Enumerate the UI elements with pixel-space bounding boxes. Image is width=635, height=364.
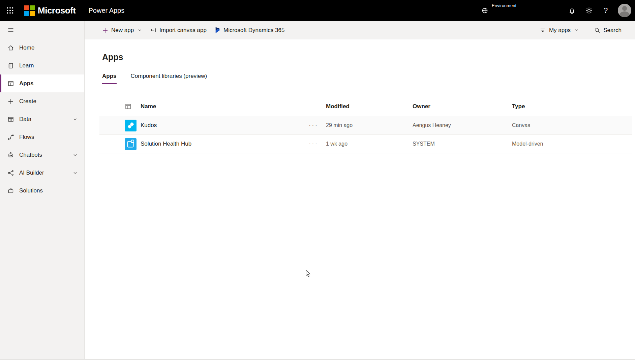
sidebar-item-label: Home <box>19 44 34 51</box>
bot-icon <box>7 152 14 158</box>
chevron-down-icon <box>138 28 142 32</box>
hamburger-icon <box>7 27 14 33</box>
chevron-down-icon <box>73 117 78 122</box>
bell-icon <box>568 7 576 14</box>
chevron-down-icon <box>73 171 78 175</box>
waffle-icon <box>6 7 14 14</box>
environment-icon <box>481 7 488 14</box>
sidebar-item-home[interactable]: Home <box>0 39 84 57</box>
more-actions-button[interactable]: ··· <box>309 142 318 145</box>
sidebar-item-chatbots[interactable]: Chatbots <box>0 146 84 164</box>
tab-bar: Apps Component libraries (preview) <box>102 73 635 84</box>
apps-table: Name Modified Owner Type Kudos ··· <box>99 97 632 153</box>
tab-component-libraries[interactable]: Component libraries (preview) <box>131 73 207 84</box>
new-app-label: New app <box>111 27 134 34</box>
sidebar-nav: Home Learn Apps Create <box>0 39 84 200</box>
sidebar-item-learn[interactable]: Learn <box>0 57 84 74</box>
chevron-down-icon <box>574 28 579 32</box>
avatar <box>618 4 631 17</box>
product-title: Power Apps <box>89 7 125 14</box>
table-header-row: Name Modified Owner Type <box>99 97 632 116</box>
environment-picker[interactable]: Environment <box>477 0 521 21</box>
main-content: Apps Apps Component libraries (preview) … <box>85 39 635 359</box>
plus-icon <box>102 27 108 33</box>
microsoft-logo[interactable]: Microsoft <box>24 5 76 16</box>
sidebar-item-create[interactable]: Create <box>0 92 84 110</box>
app-owner: Aengus Heaney <box>413 122 512 128</box>
app-name: Solution Health Hub <box>141 141 309 147</box>
microsoft-logo-icon <box>24 5 35 16</box>
import-canvas-app-label: Import canvas app <box>159 27 207 34</box>
app-modified: 29 min ago <box>326 122 413 128</box>
command-bar-right: My apps Search <box>536 23 626 37</box>
sidebar-item-label: Flows <box>19 134 34 141</box>
column-header-owner[interactable]: Owner <box>413 103 512 110</box>
apps-filter-label: My apps <box>549 27 571 34</box>
sidebar-item-apps[interactable]: Apps <box>0 74 84 92</box>
book-icon <box>7 62 14 69</box>
app-launcher-button[interactable] <box>0 0 20 21</box>
table-layout-icon <box>125 103 131 110</box>
help-icon: ? <box>604 6 608 15</box>
sidebar-item-label: Data <box>19 116 31 123</box>
app-type: Canvas <box>512 122 632 128</box>
table-row[interactable]: Kudos ··· 29 min ago Aengus Heaney Canva… <box>99 116 632 135</box>
environment-label: Environment <box>492 3 516 8</box>
flow-icon <box>7 134 14 141</box>
apps-filter-dropdown[interactable]: My apps <box>536 23 583 37</box>
solution-health-hub-app-icon <box>125 138 137 150</box>
search-icon <box>594 27 600 33</box>
chevron-down-icon <box>73 153 78 157</box>
tab-apps[interactable]: Apps <box>102 73 117 84</box>
more-actions-button[interactable]: ··· <box>309 123 318 127</box>
app-owner: SYSTEM <box>413 141 512 147</box>
sidebar-item-label: Solutions <box>19 187 43 194</box>
collapse-sidebar-button[interactable] <box>0 21 84 39</box>
import-arrow-icon <box>150 27 156 33</box>
dynamics-365-icon <box>215 27 220 33</box>
sidebar-item-ai-builder[interactable]: AI Builder <box>0 164 84 182</box>
app-name: Kudos <box>141 122 309 129</box>
window-bottom-divider <box>0 359 635 360</box>
table-icon <box>7 116 14 123</box>
sidebar-item-label: AI Builder <box>19 170 44 176</box>
sidebar-item-data[interactable]: Data <box>0 110 84 128</box>
dynamics-365-label: Microsoft Dynamics 365 <box>223 27 284 34</box>
column-header-name[interactable]: Name <box>141 103 309 110</box>
command-bar: New app Import canvas app Microsoft Dyna… <box>85 21 635 39</box>
microsoft-wordmark: Microsoft <box>38 5 76 16</box>
account-button[interactable] <box>614 0 635 21</box>
app-modified: 1 wk ago <box>326 141 413 147</box>
sidebar-item-label: Create <box>19 98 36 105</box>
import-canvas-app-button[interactable]: Import canvas app <box>146 23 211 37</box>
help-button[interactable]: ? <box>597 0 614 21</box>
plus-icon <box>7 98 14 105</box>
apps-icon <box>7 80 14 87</box>
filter-icon <box>540 27 546 33</box>
column-header-modified[interactable]: Modified <box>326 103 413 110</box>
dynamics-365-button[interactable]: Microsoft Dynamics 365 <box>211 23 289 37</box>
sidebar-item-solutions[interactable]: Solutions <box>0 182 84 200</box>
home-icon <box>7 44 14 51</box>
notifications-button[interactable] <box>564 0 580 21</box>
column-header-type[interactable]: Type <box>512 103 632 110</box>
new-app-button[interactable]: New app <box>98 23 146 37</box>
solutions-icon <box>7 187 14 194</box>
network-icon <box>7 170 14 176</box>
sidebar-item-flows[interactable]: Flows <box>0 128 84 146</box>
topbar-actions: Environment ? <box>477 0 635 21</box>
sidebar-item-label: Learn <box>19 62 34 69</box>
gear-icon <box>585 7 593 14</box>
kudos-app-icon <box>125 120 137 131</box>
app-type: Model-driven <box>512 141 632 147</box>
power-apps-window: Microsoft Power Apps Environment <box>0 0 635 364</box>
left-sidebar: Home Learn Apps Create <box>0 21 85 359</box>
top-header: Microsoft Power Apps Environment <box>0 0 635 21</box>
search-label: Search <box>603 27 622 34</box>
settings-button[interactable] <box>580 0 597 21</box>
sidebar-item-label: Apps <box>19 80 34 87</box>
table-row[interactable]: Solution Health Hub ··· 1 wk ago SYSTEM … <box>99 135 632 153</box>
search-button[interactable]: Search <box>590 23 626 37</box>
page-title: Apps <box>102 52 635 62</box>
sidebar-item-label: Chatbots <box>19 152 42 158</box>
